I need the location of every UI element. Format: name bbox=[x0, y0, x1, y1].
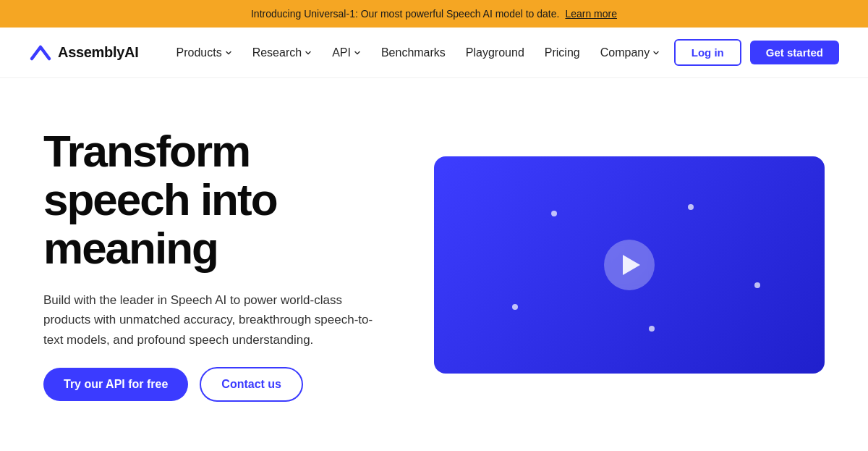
nav-item-research[interactable]: Research bbox=[244, 41, 320, 65]
login-button[interactable]: Log in bbox=[674, 39, 741, 66]
chevron-down-icon bbox=[305, 49, 312, 56]
hero-left: Transform speech into meaning Build with… bbox=[43, 127, 405, 401]
announcement-banner: Introducing Universal-1: Our most powerf… bbox=[0, 0, 868, 28]
nav-item-playground[interactable]: Playground bbox=[457, 41, 533, 65]
try-api-button[interactable]: Try our API for free bbox=[43, 368, 188, 401]
nav-actions: Log in Get started bbox=[674, 39, 839, 66]
decorative-dot bbox=[649, 326, 655, 332]
nav-item-company[interactable]: Company bbox=[592, 41, 668, 65]
navbar: AssemblyAI Products Research API Benchma… bbox=[0, 28, 868, 78]
logo-icon bbox=[29, 41, 52, 64]
logo-wordmark: AssemblyAI bbox=[58, 44, 139, 61]
video-player[interactable] bbox=[434, 156, 825, 374]
chevron-down-icon bbox=[225, 49, 232, 56]
nav-item-products[interactable]: Products bbox=[168, 41, 241, 65]
decorative-dot bbox=[512, 304, 518, 310]
nav-links: Products Research API Benchmarks Playgro… bbox=[168, 41, 674, 65]
nav-item-pricing[interactable]: Pricing bbox=[536, 41, 589, 65]
decorative-dot bbox=[551, 211, 557, 216]
decorative-dot bbox=[754, 282, 760, 288]
hero-right bbox=[434, 156, 825, 374]
hero-headline: Transform speech into meaning bbox=[43, 127, 405, 273]
contact-button[interactable]: Contact us bbox=[200, 367, 303, 402]
hero-subtext: Build with the leader in Speech AI to po… bbox=[43, 290, 391, 350]
banner-text: Introducing Universal-1: Our most powerf… bbox=[251, 8, 559, 20]
get-started-button[interactable]: Get started bbox=[750, 41, 839, 64]
nav-item-api[interactable]: API bbox=[323, 41, 370, 65]
logo[interactable]: AssemblyAI bbox=[29, 41, 139, 64]
decorative-dot bbox=[688, 204, 694, 210]
chevron-down-icon bbox=[652, 49, 660, 56]
play-icon bbox=[623, 255, 640, 275]
hero-ctas: Try our API for free Contact us bbox=[43, 367, 405, 402]
nav-item-benchmarks[interactable]: Benchmarks bbox=[373, 41, 454, 65]
chevron-down-icon bbox=[354, 49, 361, 56]
hero-section: Transform speech into meaning Build with… bbox=[0, 78, 868, 451]
banner-learn-more-link[interactable]: Learn more bbox=[565, 8, 617, 20]
play-button[interactable] bbox=[604, 240, 655, 290]
